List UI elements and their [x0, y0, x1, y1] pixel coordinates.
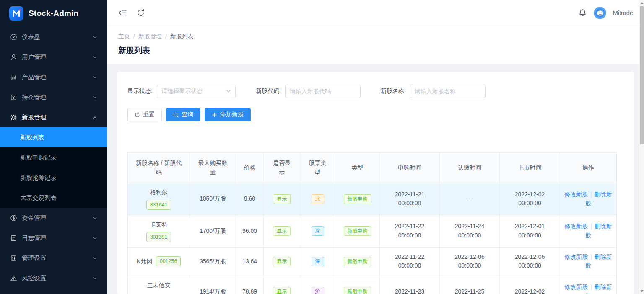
column-header: 类型: [335, 153, 380, 183]
sidebar-item-new-stock-list[interactable]: 新股列表: [0, 127, 107, 147]
app-title: Stock-Admin: [29, 9, 78, 18]
stock-name-cell: 卡莱特 301391: [131, 220, 186, 242]
stock-market-tag: 深: [312, 257, 324, 266]
breadcrumb-home[interactable]: 主页: [118, 33, 130, 40]
payment-time-cell: 2022-11-24 00:00:00: [440, 215, 500, 248]
delete-stock-link[interactable]: 删除新股: [585, 223, 612, 239]
reset-button[interactable]: 重置: [127, 108, 162, 121]
dollar-circle-icon: [10, 214, 17, 222]
price-cell: 9.60: [236, 183, 264, 215]
edit-stock-link[interactable]: 修改新股: [564, 223, 588, 230]
sidebar-item-product-management[interactable]: 产品管理: [0, 67, 107, 87]
position-icon: [10, 94, 17, 101]
sidebar-item-dashboard[interactable]: 仪表盘: [0, 27, 107, 47]
breadcrumb: 主页 / 新股管理 / 新股列表: [118, 33, 633, 40]
display-status-select[interactable]: 请选择显示状态: [157, 85, 236, 98]
bell-icon[interactable]: [578, 8, 587, 17]
refresh-icon[interactable]: [136, 8, 145, 17]
scrollbar[interactable]: [639, 0, 644, 294]
chevron-down-icon: [93, 236, 97, 240]
scrollbar-down-arrow[interactable]: [639, 288, 644, 294]
sidebar-item-admin-settings[interactable]: 管理设置: [0, 248, 107, 268]
new-stock-table: 新股名称 / 新股代码最大购买数量价格是否显示股票类型类型申购时间认缴时间上市时…: [127, 152, 617, 294]
sidebar: Stock-Admin 仪表盘 用户管理 产品管理 持仓管理 新股管理 新股列表…: [0, 0, 107, 294]
delete-stock-link[interactable]: 删除新股: [585, 191, 612, 207]
stock-name: 格利尔: [150, 188, 168, 197]
edit-stock-link[interactable]: 修改新股: [564, 284, 588, 290]
main-area: Mitrade 主页 / 新股管理 / 新股列表 新股列表 显示状态:: [107, 0, 644, 294]
user-icon: [10, 54, 17, 61]
chevron-down-icon: [226, 89, 231, 94]
listing-time-cell: 2022-12-06 00:00:00: [500, 247, 560, 276]
listing-time-cell: 2022-12-01 00:00:00: [500, 215, 560, 248]
actions-cell: 修改新股|删除新股: [560, 247, 617, 276]
stock-market-tag: 深: [312, 226, 324, 236]
sidebar-item-user-management[interactable]: 用户管理: [0, 47, 107, 67]
sidebar-item-new-stock-management[interactable]: 新股管理: [0, 107, 107, 127]
edit-stock-link[interactable]: 修改新股: [564, 191, 588, 198]
delete-stock-link[interactable]: 删除新股: [585, 253, 612, 269]
stock-name-input[interactable]: [410, 85, 486, 98]
payment-time-cell: - -: [440, 183, 500, 215]
actions-cell: 修改新股|删除新股: [560, 183, 617, 215]
stock-market-tag: 北: [312, 194, 324, 204]
sidebar-item-new-stock-grab-records[interactable]: 新股抢筹记录: [0, 168, 107, 188]
display-status-placeholder: 请选择显示状态: [161, 88, 226, 95]
plus-icon: [212, 112, 217, 118]
document-icon: [10, 235, 17, 242]
chevron-down-icon: [93, 35, 97, 39]
stock-name-cell: N炜冈 001256: [131, 256, 186, 266]
subscribe-time-cell: 2022-11-22 00:00:00: [380, 247, 440, 276]
user-name[interactable]: Mitrade: [613, 10, 633, 16]
edit-stock-link[interactable]: 修改新股: [564, 253, 588, 260]
display-status-label: 显示状态:: [127, 88, 153, 95]
type-tag: 新股申购: [344, 226, 371, 236]
warning-triangle-icon: [10, 275, 17, 282]
search-button[interactable]: 查询: [166, 108, 200, 121]
sidebar-item-log-management[interactable]: 日志管理: [0, 228, 107, 248]
app-logo-icon: [9, 6, 23, 21]
table-row: 三未信安 1914/万股 78.89 显示 沪 新股申购 2022-11-23 …: [128, 276, 617, 294]
content-area: 显示状态: 请选择显示状态 新股代码: 新股名称:: [107, 64, 644, 294]
sidebar-submenu: 新股列表新股申购记录新股抢筹记录大宗交易列表: [0, 127, 107, 208]
stock-name-label: 新股名称:: [381, 88, 406, 95]
column-header: 新股名称 / 新股代码: [128, 153, 190, 183]
listing-time-cell: 2022-12-02 00:00:00: [500, 183, 560, 215]
subscribe-time-cell: 2022-11-23: [380, 276, 440, 294]
column-header: 最大购买数量: [190, 153, 236, 183]
sidebar-item-risk-settings[interactable]: 风控设置: [0, 268, 107, 288]
table-row: 卡莱特 301391 1700/万股 96.00 显示 深 新股申购 2022-…: [128, 215, 617, 248]
sidebar-item-funds-management[interactable]: 资金管理: [0, 208, 107, 228]
candlestick-icon: [10, 114, 17, 121]
column-header: 股票类型: [300, 153, 335, 183]
chevron-down-icon: [93, 95, 97, 100]
list-card: 显示状态: 请选择显示状态 新股代码: 新股名称:: [117, 72, 634, 294]
chevron-down-icon: [93, 276, 97, 281]
column-header: 认缴时间: [440, 153, 500, 183]
actions-cell: 修改新股|删除新股: [560, 215, 617, 248]
stock-code-input[interactable]: [285, 85, 361, 98]
stock-name: N炜冈: [137, 257, 153, 266]
user-avatar[interactable]: [594, 7, 606, 19]
actions-cell: 修改新股|删除新股: [560, 276, 617, 294]
scrollbar-up-arrow[interactable]: [639, 0, 644, 6]
chevron-down-icon: [93, 55, 97, 59]
breadcrumb-new-stock-management[interactable]: 新股管理: [138, 33, 162, 40]
type-tag: 新股申购: [344, 257, 371, 266]
type-tag: 新股申购: [344, 287, 371, 294]
page-title: 新股列表: [118, 45, 633, 56]
delete-stock-link[interactable]: 删除新股: [585, 284, 612, 294]
sidebar-item-new-stock-subscription-records[interactable]: 新股申购记录: [0, 147, 107, 168]
display-status-tag: 显示: [273, 287, 291, 294]
top-bar: Mitrade: [107, 0, 644, 26]
column-header: 操作: [560, 153, 617, 183]
sidebar-item-block-trade-list[interactable]: 大宗交易列表: [0, 188, 107, 208]
sidebar-item-position-management[interactable]: 持仓管理: [0, 87, 107, 107]
subscribe-time-cell: 2022-11-22 00:00:00: [380, 215, 440, 248]
menu-fold-icon[interactable]: [118, 8, 127, 17]
table-row: 格利尔 831641 1050/万股 9.60 显示 北 新股申购 2022-1…: [128, 183, 617, 215]
add-stock-button[interactable]: 添加新股: [205, 108, 251, 121]
max-buy-cell: 1914/万股: [190, 276, 236, 294]
scrollbar-thumb[interactable]: [640, 6, 644, 144]
column-header: 是否显示: [264, 153, 300, 183]
